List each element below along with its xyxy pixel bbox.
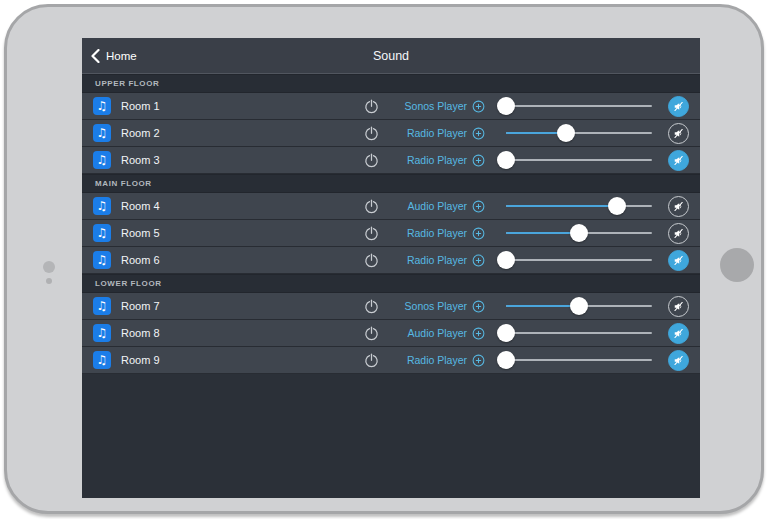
power-button[interactable]	[362, 124, 380, 142]
power-button[interactable]	[362, 197, 380, 215]
player-name-label[interactable]: Radio Player	[407, 254, 467, 266]
floor-section-label: LOWER FLOOR	[82, 274, 700, 293]
volume-slider-fill	[506, 205, 617, 207]
plus-circle-icon[interactable]	[472, 200, 485, 213]
floor-section: LOWER FLOOR ♫ Room 7 Sonos Player	[82, 274, 700, 374]
music-note-icon: ♫	[93, 297, 111, 315]
player-name-label[interactable]: Audio Player	[407, 200, 467, 212]
page-title: Sound	[82, 49, 700, 63]
volume-slider[interactable]	[506, 124, 652, 142]
room-name-label: Room 8	[121, 327, 160, 339]
floor-section: UPPER FLOOR ♫ Room 1 Sonos Player	[82, 74, 700, 174]
power-button[interactable]	[362, 351, 380, 369]
plus-circle-icon[interactable]	[472, 227, 485, 240]
power-button[interactable]	[362, 324, 380, 342]
volume-slider-thumb[interactable]	[497, 351, 515, 369]
room-row: ♫ Room 4 Audio Player	[82, 193, 700, 220]
power-button[interactable]	[362, 97, 380, 115]
volume-slider-track	[506, 332, 652, 334]
volume-slider-thumb[interactable]	[497, 151, 515, 169]
player-selector: Audio Player	[388, 327, 485, 340]
mute-button[interactable]	[668, 196, 689, 217]
plus-circle-icon[interactable]	[472, 100, 485, 113]
volume-slider-thumb[interactable]	[570, 297, 588, 315]
power-icon	[363, 225, 380, 242]
volume-slider[interactable]	[506, 151, 652, 169]
player-name-label[interactable]: Radio Player	[407, 227, 467, 239]
player-name-label[interactable]: Radio Player	[407, 127, 467, 139]
plus-circle-icon[interactable]	[472, 254, 485, 267]
player-name-label[interactable]: Sonos Player	[405, 300, 467, 312]
volume-slider-thumb[interactable]	[497, 251, 515, 269]
mute-button[interactable]	[668, 350, 689, 371]
volume-slider-track	[506, 105, 652, 107]
tablet-home-button[interactable]	[720, 248, 754, 282]
volume-slider[interactable]	[506, 197, 652, 215]
player-name-label[interactable]: Radio Player	[407, 354, 467, 366]
mute-button[interactable]	[668, 123, 689, 144]
volume-slider-thumb[interactable]	[570, 224, 588, 242]
room-name-label: Room 1	[121, 100, 160, 112]
plus-circle-icon[interactable]	[472, 354, 485, 367]
volume-slider[interactable]	[506, 351, 652, 369]
volume-slider[interactable]	[506, 324, 652, 342]
speaker-muted-icon	[672, 154, 685, 167]
volume-slider-track	[506, 159, 652, 161]
player-selector: Radio Player	[388, 227, 485, 240]
player-selector: Radio Player	[388, 154, 485, 167]
mute-button[interactable]	[668, 250, 689, 271]
music-note-icon: ♫	[93, 124, 111, 142]
player-name-label[interactable]: Audio Player	[407, 327, 467, 339]
mute-button[interactable]	[668, 296, 689, 317]
floor-section-rows: ♫ Room 1 Sonos Player	[82, 93, 700, 174]
room-name-label: Room 3	[121, 154, 160, 166]
power-icon	[363, 352, 380, 369]
volume-slider[interactable]	[506, 251, 652, 269]
volume-slider-thumb[interactable]	[608, 197, 626, 215]
player-name-label[interactable]: Sonos Player	[405, 100, 467, 112]
mute-button[interactable]	[668, 323, 689, 344]
room-row: ♫ Room 5 Radio Player	[82, 220, 700, 247]
tablet-camera-dot	[43, 261, 55, 273]
power-icon	[363, 298, 380, 315]
mute-button[interactable]	[668, 223, 689, 244]
power-icon	[363, 325, 380, 342]
power-button[interactable]	[362, 151, 380, 169]
music-note-icon: ♫	[93, 151, 111, 169]
volume-slider[interactable]	[506, 97, 652, 115]
music-note-icon: ♫	[93, 251, 111, 269]
speaker-muted-icon	[672, 300, 685, 313]
volume-slider-thumb[interactable]	[497, 97, 515, 115]
room-row: ♫ Room 3 Radio Player	[82, 147, 700, 174]
plus-circle-icon[interactable]	[472, 127, 485, 140]
power-icon	[363, 198, 380, 215]
app-screen: Home Sound UPPER FLOOR ♫ Room 1 Sonos Pl…	[82, 38, 700, 498]
player-selector: Audio Player	[388, 200, 485, 213]
power-button[interactable]	[362, 224, 380, 242]
volume-slider[interactable]	[506, 224, 652, 242]
volume-slider[interactable]	[506, 297, 652, 315]
music-note-icon: ♫	[93, 224, 111, 242]
player-name-label[interactable]: Radio Player	[407, 154, 467, 166]
room-name-label: Room 6	[121, 254, 160, 266]
plus-circle-icon[interactable]	[472, 154, 485, 167]
volume-slider-thumb[interactable]	[497, 324, 515, 342]
back-button[interactable]: Home	[82, 49, 137, 63]
speaker-muted-icon	[672, 127, 685, 140]
player-selector: Radio Player	[388, 254, 485, 267]
room-row: ♫ Room 7 Sonos Player	[82, 293, 700, 320]
room-row: ♫ Room 8 Audio Player	[82, 320, 700, 347]
floor-section-rows: ♫ Room 4 Audio Player	[82, 193, 700, 274]
page-background: Home Sound UPPER FLOOR ♫ Room 1 Sonos Pl…	[0, 0, 770, 519]
navbar: Home Sound	[82, 38, 700, 74]
plus-circle-icon[interactable]	[472, 327, 485, 340]
power-icon	[363, 252, 380, 269]
mute-button[interactable]	[668, 96, 689, 117]
power-button[interactable]	[362, 251, 380, 269]
speaker-muted-icon	[672, 254, 685, 267]
volume-slider-thumb[interactable]	[557, 124, 575, 142]
power-button[interactable]	[362, 297, 380, 315]
plus-circle-icon[interactable]	[472, 300, 485, 313]
speaker-muted-icon	[672, 100, 685, 113]
mute-button[interactable]	[668, 150, 689, 171]
